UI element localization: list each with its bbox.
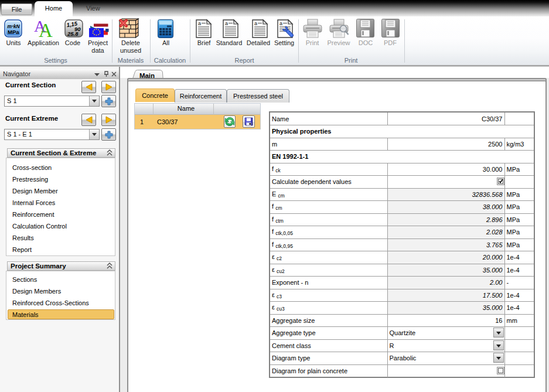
svg-text:a: a [225,21,228,26]
svg-text:a: a [279,21,282,26]
svg-text:A: A [39,20,53,41]
svg-text:25.8: 25.8 [67,30,79,37]
svg-text:MPa: MPa [8,29,19,35]
svg-text:a: a [254,21,257,26]
svg-text:a: a [198,21,201,26]
